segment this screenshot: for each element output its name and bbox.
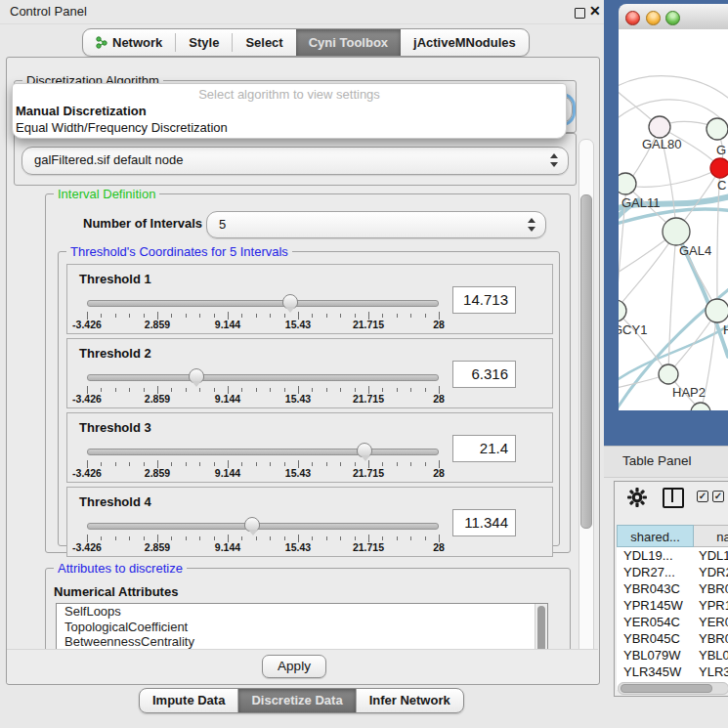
- popup-item-equal-width-frequency[interactable]: Equal Width/Frequency Discretization: [16, 120, 228, 135]
- tick-mark: [101, 536, 102, 540]
- tab-discretize-data[interactable]: Discretize Data: [238, 689, 356, 712]
- slider-thumb[interactable]: [357, 443, 372, 457]
- threshold-value-field[interactable]: 21.4: [452, 435, 516, 462]
- bottom-tab-bar: Impute Data Discretize Data Infer Networ…: [139, 688, 464, 713]
- tick-label: 2.859: [145, 393, 170, 405]
- minimize-traffic-light[interactable]: [646, 11, 661, 25]
- column-header-name[interactable]: name: [694, 525, 728, 547]
- close-traffic-light[interactable]: [625, 11, 640, 25]
- tick-label: 28: [433, 467, 445, 479]
- table-hscrollbar-thumb[interactable]: [621, 684, 712, 693]
- network-node[interactable]: [706, 299, 728, 322]
- tick-label: 28: [433, 541, 445, 553]
- thresholds-group: Threshold's Coordinates for 5 Intervals …: [58, 251, 560, 546]
- threshold-value-field[interactable]: 11.344: [452, 509, 516, 536]
- network-window-titlebar[interactable]: [619, 4, 728, 30]
- attribute-item[interactable]: TopologicalCoefficient: [57, 620, 547, 635]
- popup-item-manual-discretization[interactable]: Manual Discretization: [16, 104, 147, 118]
- slider-thumb[interactable]: [282, 294, 298, 309]
- tab-jactivemnodules[interactable]: jActiveMNodules: [401, 29, 529, 56]
- threshold-value-field[interactable]: 6.316: [452, 361, 516, 388]
- panel-scrollbar-thumb[interactable]: [580, 194, 592, 529]
- slider-track[interactable]: [87, 300, 439, 307]
- checkbox-icon[interactable]: ✓: [712, 491, 724, 502]
- tab-select[interactable]: Select: [233, 29, 295, 56]
- threshold-value-field[interactable]: 14.713: [452, 286, 516, 314]
- threshold-slider[interactable]: [87, 443, 439, 460]
- network-node-label: GAL4: [679, 243, 711, 258]
- tick-mark: [340, 536, 341, 540]
- apply-button[interactable]: Apply: [262, 655, 326, 678]
- network-edge[interactable]: [619, 76, 728, 98]
- tick-mark: [241, 536, 242, 540]
- tick-label-row: -3.4262.8599.14415.4321.71528: [87, 393, 439, 405]
- thresholds-group-title: Threshold's Coordinates for 5 Intervals: [66, 244, 292, 259]
- tab-impute-data[interactable]: Impute Data: [140, 689, 238, 712]
- slider-track[interactable]: [87, 374, 439, 381]
- table-row[interactable]: YER054CYER0: [617, 614, 728, 630]
- tick-mark: [397, 388, 398, 392]
- table-row[interactable]: YDR27...YDR2: [617, 564, 728, 580]
- network-svg: GAL80GCGAL11GAL4GCY1HHAP2: [619, 29, 728, 410]
- close-icon[interactable]: ✕: [589, 3, 601, 19]
- threshold-slider[interactable]: [87, 368, 439, 386]
- table-row[interactable]: YBR043CYBR0: [617, 580, 728, 597]
- tab-style[interactable]: Style: [176, 29, 232, 56]
- zoom-traffic-light[interactable]: [665, 11, 680, 25]
- table-row[interactable]: YBL079WYBL0: [617, 647, 728, 664]
- column-header-shared-name[interactable]: shared...: [617, 525, 694, 547]
- table-row[interactable]: YLR345WYLR3: [617, 664, 728, 680]
- network-node-label: GAL80: [642, 137, 681, 151]
- network-canvas[interactable]: GAL80GCGAL11GAL4GCY1HHAP2: [619, 29, 728, 410]
- threshold-slider[interactable]: [87, 517, 439, 535]
- tick-mark: [171, 536, 172, 540]
- gear-icon[interactable]: [626, 487, 648, 508]
- tick-mark: [410, 536, 411, 540]
- tab-infer-network[interactable]: Infer Network: [357, 689, 463, 712]
- slider-thumb[interactable]: [189, 368, 204, 383]
- tick-label: 15.43: [285, 467, 311, 479]
- attribute-item[interactable]: SelfLoops: [57, 604, 547, 620]
- table-row[interactable]: YPR145WYPR1: [617, 597, 728, 614]
- table-row[interactable]: YDL19...YDL1: [617, 547, 728, 564]
- tick-mark: [284, 388, 285, 392]
- slider-thumb[interactable]: [244, 517, 260, 532]
- slider-track[interactable]: [87, 449, 439, 455]
- split-columns-icon[interactable]: [663, 488, 684, 508]
- tick-mark: [256, 462, 257, 466]
- network-node[interactable]: [707, 118, 728, 140]
- tick-label-row: -3.4262.8599.14415.4321.71528: [87, 467, 439, 479]
- tab-cyni-toolbox[interactable]: Cyni Toolbox: [296, 29, 401, 56]
- tick-label: 15.43: [285, 393, 311, 405]
- tick-label-row: -3.4262.8599.14415.4321.71528: [87, 319, 439, 330]
- network-node-label: G: [716, 143, 726, 157]
- network-node[interactable]: [663, 218, 690, 245]
- slider-track[interactable]: [87, 523, 439, 530]
- cell-shared-name: YER054C: [617, 614, 694, 630]
- float-window-icon[interactable]: [575, 8, 585, 19]
- attributes-scrollbar[interactable]: [535, 604, 547, 649]
- panel-scrollbar[interactable]: [578, 139, 594, 680]
- network-node[interactable]: [619, 300, 626, 321]
- network-node[interactable]: [659, 364, 678, 384]
- network-edge[interactable]: [626, 168, 720, 187]
- attributes-scrollbar-thumb[interactable]: [537, 606, 545, 649]
- threshold-slider[interactable]: [87, 294, 439, 312]
- table-hscrollbar[interactable]: [618, 682, 728, 695]
- tick-mark: [425, 462, 426, 466]
- checkbox-icon[interactable]: ✓: [697, 491, 708, 502]
- table-row[interactable]: YBR045CYBR0: [617, 630, 728, 647]
- attributes-group-title: Attributes to discretize: [54, 561, 187, 576]
- table-data-combo[interactable]: galFiltered.sif default node: [21, 147, 569, 175]
- number-of-intervals-combo[interactable]: 5: [206, 211, 546, 238]
- network-edge[interactable]: [619, 232, 676, 311]
- network-node[interactable]: [619, 173, 636, 194]
- network-node[interactable]: [649, 116, 670, 138]
- threshold-label: Threshold 3: [79, 420, 151, 435]
- attribute-item[interactable]: BetweennessCentrality: [57, 634, 547, 649]
- tab-network[interactable]: Network: [83, 29, 175, 56]
- attributes-list[interactable]: SelfLoopsTopologicalCoefficientBetweenne…: [56, 603, 548, 649]
- tick-mark: [256, 314, 257, 318]
- tick-mark: [397, 314, 398, 318]
- network-node[interactable]: [710, 158, 728, 178]
